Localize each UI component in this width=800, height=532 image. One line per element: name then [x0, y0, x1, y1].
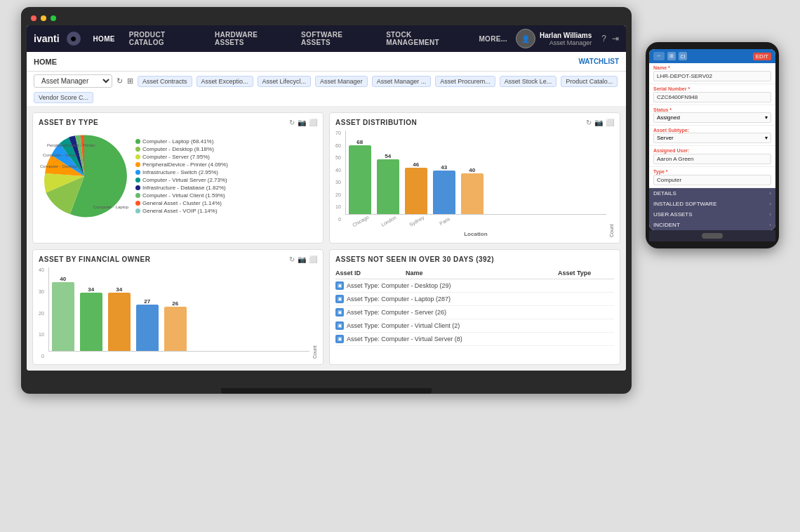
table-row-3[interactable]: ▣ Asset Type: Computer - Virtual Client …: [335, 319, 614, 333]
refresh-card-icon[interactable]: ↻: [289, 119, 295, 126]
card-icons-distribution: ↻ 📷 ⬜: [586, 119, 614, 126]
incident-arrow-icon: ›: [769, 222, 771, 228]
y-axis-distribution: 70 60 50 40 30 20 10 0: [335, 131, 342, 222]
software-arrow-icon: ›: [769, 201, 771, 207]
pie-label-laptop: Computer - Laptop: [93, 205, 128, 209]
camera-dist-icon[interactable]: 📷: [594, 119, 603, 126]
nav-product-catalog[interactable]: PRODUCT CATALOG: [122, 25, 208, 52]
nav-software-assets[interactable]: SOFTWARE ASSETS: [294, 25, 379, 52]
expand-icon[interactable]: ⬜: [309, 119, 317, 126]
phone-subtype-dropdown[interactable]: Server▾: [653, 133, 771, 143]
phone-section-incident[interactable]: INCIDENT ›: [649, 220, 775, 230]
filter-tag-5[interactable]: Asset Procurem...: [435, 76, 495, 87]
table-row-1[interactable]: ▣ Asset Type: Computer - Laptop (287): [335, 293, 614, 306]
filter-tag-7[interactable]: Product Catalo...: [561, 76, 618, 87]
refresh-icon[interactable]: ↻: [116, 77, 123, 86]
phone-back-btn[interactable]: ←: [653, 52, 665, 60]
dot-red: [31, 15, 36, 21]
legend-item-7: Computer - Virtual Client (1.59%): [135, 192, 228, 199]
table-row-2[interactable]: ▣ Asset Type: Computer - Server (26): [335, 306, 614, 319]
fin-bar-1: 40: [52, 276, 74, 351]
phone-section-software[interactable]: INSTALLED SOFTWARE ›: [649, 199, 775, 209]
camera-financial-icon[interactable]: 📷: [298, 255, 306, 263]
user-role: Asset Manager: [540, 39, 592, 46]
x-label-chicago: Chicago: [349, 213, 371, 229]
asset-distribution-title: ASSET DISTRIBUTION: [335, 119, 417, 126]
x-label-london: London: [378, 213, 399, 229]
filter-tag-6[interactable]: Asset Stock Le...: [500, 76, 557, 87]
phone-edit-button[interactable]: EDIT: [753, 53, 771, 60]
phone-section-details[interactable]: DETAILS ›: [649, 188, 775, 199]
nav-hardware-assets[interactable]: HARDWARE ASSETS: [208, 25, 294, 52]
fin-bar-4-rect: [136, 305, 159, 351]
nav-more[interactable]: MORE...: [472, 25, 514, 52]
camera-icon[interactable]: 📷: [298, 119, 306, 126]
bar-chicago-rect: [349, 145, 371, 214]
asset-table: Asset ID Name Asset Type ▣ Asset Type: C…: [335, 267, 614, 346]
filter-tag-4[interactable]: Asset Manager ...: [372, 76, 432, 87]
nav-home[interactable]: HOME: [86, 25, 122, 52]
card-icons-financial: ↻ 📷 ⬜: [289, 255, 317, 263]
monitor-base: [221, 388, 432, 394]
filter-bar: Asset Manager ↻ ⊞ Asset Contracts Asset …: [27, 72, 626, 107]
filter-tag-3[interactable]: Asset Manager: [315, 76, 368, 87]
phone-chat-icon[interactable]: CI: [679, 52, 687, 60]
asset-distribution-card: ASSET DISTRIBUTION ↻ 📷 ⬜ 70 60 50 40: [329, 112, 620, 244]
phone-name-value[interactable]: LHR-DEPOT-SERV02: [653, 71, 771, 81]
phone-name-field: Name * LHR-DEPOT-SERV02: [649, 63, 775, 84]
refresh-dist-icon[interactable]: ↻: [586, 119, 592, 126]
phone-user-field: Assigned User: Aaron A Green: [649, 146, 775, 167]
phone-status-dropdown[interactable]: Assigned▾: [653, 112, 771, 123]
row-icon-2: ▣: [335, 308, 344, 317]
fin-bar-5-rect: [164, 307, 187, 351]
phone-status-field: Status * Assigned▾: [649, 105, 775, 126]
grid-icon[interactable]: ⊞: [127, 77, 133, 86]
phone-user-value[interactable]: Aaron A Green: [653, 154, 771, 164]
phone-type-label: Type *: [653, 169, 771, 174]
bar-paris-rect: [433, 171, 455, 214]
legend-dot-0: [135, 139, 140, 144]
filter-tag-8[interactable]: Vendor Score C...: [34, 92, 93, 103]
filter-select[interactable]: Asset Manager: [34, 74, 112, 88]
avatar: 👤: [516, 29, 535, 48]
legend-dot-7: [135, 193, 140, 198]
logout-icon[interactable]: ⇥: [612, 34, 619, 44]
phone-name-label: Name *: [653, 65, 771, 70]
bar-london-rect: [377, 159, 399, 214]
refresh-financial-icon[interactable]: ↻: [289, 255, 295, 263]
phone-serial-value[interactable]: CZC6400FN948: [653, 92, 771, 102]
dot-green-btn: [51, 15, 56, 21]
table-row-4[interactable]: ▣ Asset Type: Computer - Virtual Server …: [335, 333, 614, 346]
nav-stock-management[interactable]: STOCK MANAGEMENT: [379, 25, 472, 52]
x-label-sydney: Sydney: [406, 213, 427, 229]
phone-top-bar: ← ⊞ CI EDIT: [649, 49, 775, 63]
legend-dot-5: [135, 178, 140, 182]
user-assets-arrow-icon: ›: [769, 211, 771, 218]
fin-bar-1-rect: [52, 282, 74, 351]
card-header-asset-type: ASSET BY TYPE ↻ 📷 ⬜: [39, 119, 317, 126]
y-axis-label-distribution: Count: [609, 131, 614, 237]
table-row-0[interactable]: ▣ Asset Type: Computer - Desktop (29): [335, 279, 614, 293]
dot-yellow: [41, 15, 46, 21]
distribution-bars-container: 68 54 46: [345, 131, 606, 237]
asset-financial-card: ASSET BY FINANCIAL OWNER ↻ 📷 ⬜ 40 30 20: [32, 249, 324, 365]
filter-tag-0[interactable]: Asset Contracts: [138, 76, 192, 87]
phone-section-user-assets[interactable]: USER ASSETS ›: [649, 209, 775, 220]
row-icon-0: ▣: [335, 281, 344, 290]
phone-subtype-label: Asset Subtype:: [653, 128, 771, 133]
filter-tag-1[interactable]: Asset Exceptio...: [196, 76, 253, 87]
phone-home-button[interactable]: [702, 233, 723, 239]
help-icon[interactable]: ?: [601, 34, 606, 44]
expand-financial-icon[interactable]: ⬜: [309, 255, 317, 263]
phone-type-value[interactable]: Computer: [653, 175, 771, 185]
assets-not-seen-card: ASSETS NOT SEEN IN OVER 30 DAYS (392) As…: [329, 249, 620, 365]
nav-circle-icon: ●: [67, 32, 81, 46]
phone-type-field: Type * Computer: [649, 167, 775, 188]
phone-grid-icon[interactable]: ⊞: [667, 52, 676, 60]
legend-item-0: Computer - Laptop (68.41%): [135, 138, 228, 145]
watchlist-button[interactable]: WATCHLIST: [578, 58, 619, 65]
user-info: Harlan Williams Asset Manager: [540, 32, 592, 46]
dashboard: ASSET BY TYPE ↻ 📷 ⬜: [27, 107, 626, 371]
expand-dist-icon[interactable]: ⬜: [606, 119, 614, 126]
filter-tag-2[interactable]: Asset Lifecycl...: [258, 76, 312, 87]
